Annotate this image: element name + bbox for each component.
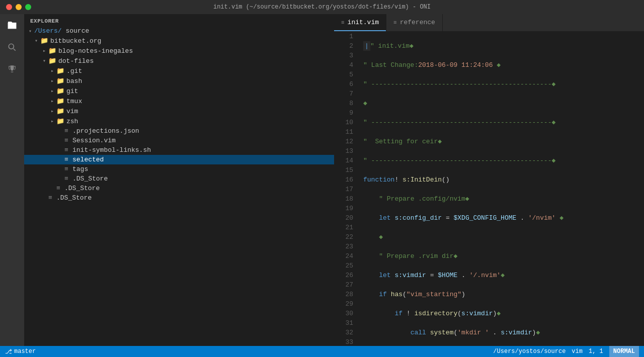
- file-label: selected: [72, 156, 334, 163]
- folder-icon: 📁: [56, 107, 64, 115]
- window-title: init.vim (~/source/bitbucket.org/yostos/…: [213, 4, 431, 11]
- file-label: .DS_Store: [56, 194, 334, 202]
- file-label: init-symbol-links.sh: [72, 146, 334, 154]
- file-label: .DS_Store: [64, 185, 334, 192]
- file-label: .projections.json: [72, 127, 334, 135]
- code-line: " Prepare .rvim dir◆: [363, 251, 644, 261]
- path-source: source: [65, 27, 89, 35]
- expand-arrow: ▸: [48, 118, 56, 124]
- svg-line-2: [14, 49, 16, 51]
- code-line: function! s:InitDein(): [363, 175, 644, 185]
- expand-arrow: ▸: [48, 78, 56, 84]
- titlebar: init.vim (~/source/bitbucket.org/yostos/…: [0, 0, 644, 14]
- folder-label: tmux: [66, 98, 334, 105]
- folder-label: .git: [66, 67, 334, 75]
- file-label: tags: [72, 165, 334, 173]
- tab-reference[interactable]: ≡ reference: [386, 14, 443, 31]
- tree-item-tags[interactable]: ▸ ≡ tags: [24, 164, 334, 174]
- tree-item-bash[interactable]: ▸ 📁 bash: [24, 76, 334, 86]
- folder-icon: 📁: [56, 67, 64, 75]
- tree-item-zsh[interactable]: ▸ 📁 zsh: [24, 116, 334, 126]
- file-label: .DS_Store: [72, 175, 334, 183]
- trophy-icon[interactable]: [6, 63, 18, 75]
- folder-icon: 📁: [56, 117, 64, 125]
- folder-icon: 📁: [40, 37, 48, 45]
- editor-content[interactable]: 123 456 789 101112 131415 161718 192021 …: [334, 32, 644, 346]
- code-line: |" init.vim◆: [363, 41, 644, 51]
- folder-label: bash: [66, 77, 334, 85]
- code-line: " --------------------------------------…: [363, 156, 644, 165]
- file-icon: ≡: [62, 146, 70, 154]
- expand-arrow: ▾: [40, 58, 48, 64]
- file-label: Session.vim: [72, 137, 334, 144]
- code-line: if ! isdirectory(s:vimdir)◆: [363, 309, 644, 318]
- expand-arrow: ▸: [48, 68, 56, 74]
- expand-arrow: ▸: [48, 98, 56, 104]
- tree-item-ds2[interactable]: ▸ ≡ .DS_Store: [24, 184, 334, 193]
- expand-arrow: ▾: [26, 28, 34, 34]
- folder-label: blog-notes-inegales: [58, 47, 334, 55]
- search-icon[interactable]: [6, 41, 18, 53]
- tab-init-vim[interactable]: ≡ init.vim: [334, 14, 386, 31]
- code-line: if has("vim_starting"): [363, 290, 644, 299]
- folder-label: zsh: [66, 118, 334, 125]
- tree-item-projections[interactable]: ▸ ≡ .projections.json: [24, 126, 334, 136]
- file-icon: ≡: [54, 185, 62, 192]
- mode-label: NORMAL: [613, 348, 635, 355]
- vim-mode-badge: NORMAL: [609, 346, 639, 357]
- cursor-position: 1, 1: [589, 348, 603, 355]
- code-line: call system('mkdir ' . s:vimdir)◆: [363, 328, 644, 337]
- minimize-button[interactable]: [16, 4, 22, 10]
- code-line: ◆: [363, 99, 644, 108]
- tree-item-git[interactable]: ▸ 📁 git: [24, 86, 334, 96]
- tree-item-session[interactable]: ▸ ≡ Session.vim: [24, 136, 334, 145]
- maximize-button[interactable]: [25, 4, 31, 10]
- folder-label: dot-files: [58, 57, 334, 65]
- tab-label: reference: [400, 19, 435, 26]
- tree-item-blog[interactable]: ▸ 📁 blog-notes-inegales: [24, 46, 334, 56]
- root-path: /Users/ source: [34, 27, 334, 35]
- code-line: " Last Change:2018-06-09 11:24:06 ◆: [363, 60, 644, 70]
- code-line: " Prepare .config/nvim◆: [363, 194, 644, 204]
- code-line: let s:vimdir = $HOME . '/.nvim'◆: [363, 271, 644, 280]
- explorer-panel: Explorer ▾ /Users/ source ▾ 📁 bitbucket.…: [24, 14, 334, 346]
- tree-item-selected[interactable]: ▸ ≡ selected: [24, 155, 334, 164]
- line-numbers: 123 456 789 101112 131415 161718 192021 …: [334, 32, 359, 346]
- tree-item-ds3[interactable]: ▸ ≡ .DS_Store: [24, 193, 334, 203]
- folder-label: vim: [66, 108, 334, 115]
- file-icon: ≡: [62, 127, 70, 135]
- code-line: ◆: [363, 232, 644, 242]
- tree-item-tmux[interactable]: ▸ 📁 tmux: [24, 96, 334, 106]
- file-icon: ≡: [46, 194, 54, 202]
- tree-item-init-symbol[interactable]: ▸ ≡ init-symbol-links.sh: [24, 145, 334, 155]
- tree-item-git-folder[interactable]: ▸ 📁 .git: [24, 66, 334, 76]
- statusbar-left: ⎇ master: [5, 348, 36, 355]
- file-icon: ≡: [62, 165, 70, 173]
- code-line: " Setting for ceir◆: [363, 137, 644, 146]
- tree-item-vim[interactable]: ▸ 📁 vim: [24, 106, 334, 116]
- files-icon[interactable]: [6, 19, 18, 31]
- tab-menu-icon: ≡: [341, 20, 345, 26]
- code-line: " --------------------------------------…: [363, 118, 644, 127]
- folder-label: bitbucket.org: [50, 37, 334, 45]
- branch-info: ⎇ master: [5, 348, 36, 355]
- tree-root[interactable]: ▾ /Users/ source: [24, 26, 334, 36]
- tree-item-dot-files[interactable]: ▾ 📁 dot-files: [24, 56, 334, 66]
- code-line: " --------------------------------------…: [363, 79, 644, 89]
- file-icon: ≡: [62, 175, 70, 183]
- file-icon: ≡: [62, 156, 70, 163]
- statusbar-right: /Users/yostos/source vim 1, 1 NORMAL: [493, 346, 639, 357]
- tree-item-bitbucket[interactable]: ▾ 📁 bitbucket.org: [24, 36, 334, 46]
- file-path: /Users/yostos/source: [493, 348, 566, 355]
- close-button[interactable]: [6, 4, 12, 10]
- tab-label: init.vim: [348, 19, 379, 26]
- expand-arrow: ▾: [32, 38, 40, 44]
- tab-bar: ≡ init.vim ≡ reference: [334, 14, 644, 32]
- code-editor[interactable]: |" init.vim◆ " Last Change:2018-06-09 11…: [359, 32, 644, 346]
- tree-item-ds1[interactable]: ▸ ≡ .DS_Store: [24, 174, 334, 184]
- activity-bar: [0, 14, 24, 346]
- folder-icon: 📁: [56, 77, 64, 85]
- filetype: vim: [572, 348, 583, 355]
- folder-icon: 📁: [56, 97, 64, 105]
- branch-name: master: [14, 348, 36, 355]
